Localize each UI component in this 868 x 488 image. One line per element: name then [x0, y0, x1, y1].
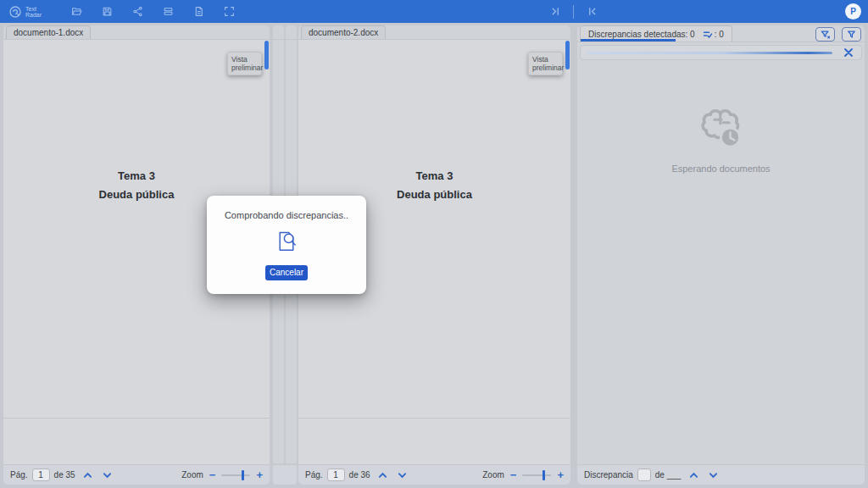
top-toolbar: Text Radar P [0, 0, 868, 23]
vertical-scrollbar-thumb[interactable] [264, 41, 269, 69]
gutter-header [273, 25, 284, 40]
pane-bottom-bar: Pág. de 35 Zoom − + [3, 464, 270, 485]
zoom-slider-track [221, 474, 250, 476]
page-boundary [298, 418, 570, 419]
zoom-in-button[interactable]: + [557, 471, 564, 480]
discrepancy-total: de ___ [655, 470, 682, 480]
preview-badge-line1: Vista [231, 55, 258, 64]
doc-heading: Tema 3 [298, 169, 570, 182]
filter-icon [847, 30, 856, 39]
sidebar-bottom-bar: Discrepancia de ___ [577, 464, 865, 485]
progress-indicator [587, 52, 832, 54]
filter-button[interactable] [842, 27, 861, 42]
toolbar-divider [573, 5, 574, 19]
zoom-slider[interactable] [221, 470, 250, 480]
panel-collapse-controls [549, 0, 598, 23]
zoom-label: Zoom [181, 470, 203, 480]
fullscreen-button[interactable] [223, 6, 235, 18]
chevron-up-icon [689, 472, 698, 479]
page-down-button[interactable] [101, 469, 114, 481]
brain-clock-icon [698, 107, 745, 149]
zoom-controls: Zoom − + [181, 470, 263, 480]
zoom-out-button[interactable]: − [510, 471, 517, 480]
checklist-icon [703, 30, 713, 39]
clear-filter-button[interactable] [815, 27, 835, 42]
sidebar-actions [815, 27, 861, 42]
page-up-button[interactable] [376, 469, 390, 481]
skip-end-icon [550, 6, 561, 17]
discrepancy-up-button[interactable] [687, 469, 700, 481]
preview-mode-badge[interactable]: Vista preliminar [227, 52, 262, 75]
empty-state: Esperando documentos [577, 107, 865, 174]
document-search-icon [275, 230, 298, 253]
page-total: de 36 [349, 470, 370, 480]
page-total: de 35 [54, 470, 75, 480]
close-icon [844, 48, 853, 57]
split-view-button[interactable] [162, 6, 174, 18]
discrepancies-tab[interactable]: Discrepancias detectadas: 0 : 0 [580, 25, 732, 42]
app-logo: Text Radar [8, 5, 42, 19]
open-file-button[interactable] [70, 6, 82, 18]
radar-logo-icon [8, 5, 22, 19]
active-tab-underline [581, 39, 676, 42]
skip-start-icon [587, 6, 598, 17]
preview-badge-line2: preliminar [231, 64, 258, 72]
zoom-slider-thumb[interactable] [242, 470, 244, 480]
save-icon [102, 6, 113, 17]
share-button[interactable] [131, 6, 143, 18]
zoom-slider-thumb[interactable] [542, 470, 545, 480]
zoom-slider-track [522, 474, 551, 476]
dialog-title: Comprobando discrepancias.. [207, 210, 366, 220]
discrepancy-down-button[interactable] [706, 469, 720, 481]
document-tab[interactable]: documento-1.docx [6, 25, 91, 39]
discrepancy-nav-label: Discrepancia [584, 470, 633, 480]
preview-badge-line2: preliminar [532, 64, 559, 72]
accepted-count-label: : 0 [715, 30, 724, 39]
pane-bottom-bar: Pág. de 36 Zoom − + [298, 464, 570, 485]
cancel-progress-button[interactable] [843, 47, 854, 58]
gutter-footer [273, 465, 297, 485]
chevron-down-icon [398, 472, 407, 479]
page-up-button[interactable] [81, 469, 95, 481]
chevron-down-icon [709, 472, 718, 479]
empty-state-text: Esperando documentos [577, 164, 865, 174]
page-number-input[interactable] [32, 469, 50, 481]
sidebar-tabrow: Discrepancias detectadas: 0 : 0 [577, 25, 865, 42]
page-label: Pág. [10, 470, 28, 480]
zoom-in-button[interactable]: + [256, 471, 263, 480]
comparison-progress-bar [580, 45, 862, 60]
zoom-label: Zoom [482, 470, 504, 480]
chevron-up-icon [83, 472, 92, 479]
discrepancies-sidebar: Discrepancias detectadas: 0 : 0 Espera [577, 25, 865, 485]
page-boundary [3, 418, 270, 419]
share-icon [132, 6, 143, 17]
discrepancy-number-input[interactable] [637, 469, 651, 481]
app-name: Text Radar [25, 6, 42, 18]
split-view-icon [163, 6, 174, 17]
filter-off-icon [821, 30, 830, 39]
checking-discrepancies-dialog: Comprobando discrepancias.. Cancelar [207, 196, 366, 294]
collapse-left-button[interactable] [586, 6, 598, 18]
cancel-button[interactable]: Cancelar [265, 265, 308, 280]
vertical-scrollbar-thumb[interactable] [565, 41, 570, 69]
document-tab[interactable]: documento-2.docx [301, 25, 386, 39]
doc-heading: Tema 3 [3, 169, 270, 182]
zoom-out-button[interactable]: − [209, 471, 216, 480]
collapse-right-button[interactable] [549, 6, 561, 18]
save-button[interactable] [101, 6, 113, 18]
document-tabrow: documento-1.docx [3, 25, 270, 40]
user-avatar[interactable]: P [845, 3, 861, 19]
page-down-button[interactable] [396, 469, 409, 481]
accepted-counter: : 0 [703, 30, 724, 39]
discrepancies-count-label: Discrepancias detectadas: 0 [588, 30, 695, 39]
document-button[interactable] [192, 6, 204, 18]
document-tabrow: documento-2.docx [298, 25, 570, 40]
page-label: Pág. [305, 470, 323, 480]
chevron-up-icon [378, 472, 387, 479]
page-number-input[interactable] [327, 469, 345, 481]
zoom-slider[interactable] [522, 470, 551, 480]
toolbar-actions [70, 6, 235, 18]
document-icon [193, 6, 204, 17]
preview-badge-line1: Vista [532, 55, 559, 64]
preview-mode-badge[interactable]: Vista preliminar [528, 52, 563, 75]
